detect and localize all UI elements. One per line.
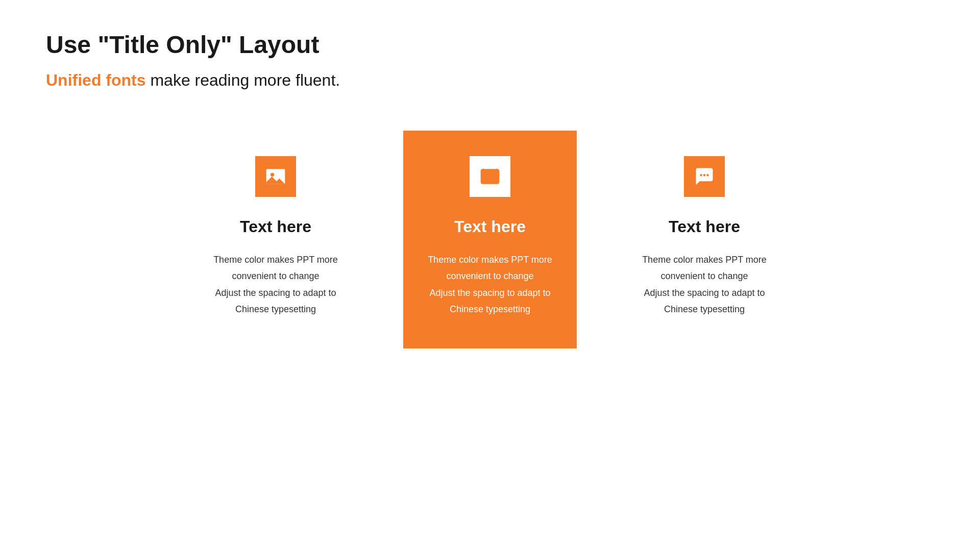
card-3: Text here Theme color makes PPT more con… (618, 131, 791, 348)
card-1-body: Theme color makes PPT more convenient to… (213, 252, 338, 318)
card-2-body: Theme color makes PPT more convenient to… (428, 252, 552, 318)
subtitle-rest: make reading more fluent. (146, 71, 340, 89)
card-3-body: Theme color makes PPT more convenient to… (642, 252, 767, 318)
card-3-line2: convenient to change (660, 271, 748, 281)
card-1-line3: Adjust the spacing to adapt to (215, 288, 336, 298)
card-1: Text here Theme color makes PPT more con… (189, 131, 362, 348)
card-2-line1: Theme color makes PPT more (428, 255, 552, 265)
cards-container: Text here Theme color makes PPT more con… (46, 131, 934, 348)
card-3-line3: Adjust the spacing to adapt to (644, 288, 765, 298)
card-2-line3: Adjust the spacing to adapt to (429, 288, 550, 298)
subtitle-highlight: Unified fonts (46, 71, 146, 89)
card-3-title: Text here (669, 217, 740, 236)
svg-point-5 (706, 174, 708, 176)
card-1-icon-box (255, 156, 296, 197)
page-subtitle: Unified fonts make reading more fluent. (46, 71, 934, 90)
card-2-title: Text here (454, 217, 526, 236)
card-2: Text here Theme color makes PPT more con… (403, 131, 577, 348)
page-container: Use "Title Only" Layout Unified fonts ma… (0, 0, 980, 379)
card-1-title: Text here (240, 217, 311, 236)
card-3-icon-box (684, 156, 725, 197)
card-1-line4: Chinese typesetting (235, 304, 316, 314)
svg-point-3 (700, 174, 702, 176)
card-3-line4: Chinese typesetting (664, 304, 745, 314)
card-2-line2: convenient to change (446, 271, 533, 281)
svg-point-1 (271, 173, 274, 177)
image-icon (264, 165, 287, 188)
svg-point-4 (703, 174, 705, 176)
card-2-line4: Chinese typesetting (450, 304, 530, 314)
card-1-line1: Theme color makes PPT more (213, 255, 338, 265)
chat-icon (693, 165, 716, 188)
inbox-icon (479, 165, 501, 188)
card-3-line1: Theme color makes PPT more (642, 255, 767, 265)
card-2-icon-box (470, 156, 510, 197)
card-1-line2: convenient to change (232, 271, 319, 281)
page-title: Use "Title Only" Layout (46, 31, 934, 59)
